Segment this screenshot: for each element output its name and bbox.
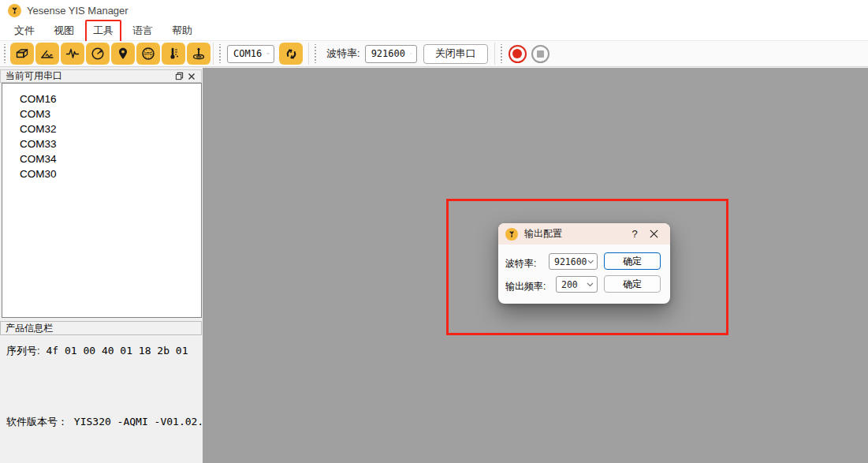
toolbar-grip[interactable]	[314, 44, 317, 63]
stop-icon[interactable]	[531, 45, 549, 63]
baud-rate-value: 921600	[371, 48, 405, 59]
serial-number-line: 序列号: 4f 01 00 40 01 18 2b 01	[6, 344, 188, 358]
menu-tools-label: 工具	[93, 24, 114, 36]
product-info-header: 产品信息栏	[0, 321, 202, 335]
port-list-item[interactable]: COM34	[2, 151, 201, 166]
dock-close-icon[interactable]	[185, 71, 198, 82]
port-list-item[interactable]: COM3	[2, 106, 201, 121]
dialog-freq-value: 200	[561, 279, 578, 290]
menu-language[interactable]: 语言	[123, 21, 162, 41]
level-plumb-icon[interactable]	[187, 43, 210, 65]
dock-float-icon[interactable]	[173, 71, 185, 82]
toolbar-separator	[213, 43, 214, 65]
toolbar-grip[interactable]	[3, 44, 6, 63]
svg-text:UTC: UTC	[144, 52, 152, 56]
port-list-item[interactable]: COM33	[2, 136, 201, 151]
port-list-item[interactable]: COM32	[2, 121, 201, 136]
chevron-down-icon	[587, 282, 594, 287]
dock-title: 当前可用串口	[6, 69, 62, 83]
baud-rate-select[interactable]: 921600	[365, 45, 417, 63]
title-bar: Yesense YIS Manager	[0, 0, 868, 21]
toolbar-separator	[494, 43, 495, 65]
baud-rate-label: 波特率:	[326, 47, 360, 61]
port-list-item[interactable]: COM16	[2, 91, 201, 106]
toolbar: UTC COM16 波特率: 921600 关闭串口	[0, 41, 868, 67]
app-logo-icon	[8, 4, 21, 17]
record-dot	[512, 49, 522, 58]
dialog-close-icon[interactable]	[643, 226, 664, 242]
serial-number-value: 4f 01 00 40 01 18 2b 01	[46, 345, 188, 357]
menu-help[interactable]: 帮助	[162, 21, 202, 41]
dialog-help-button[interactable]: ?	[626, 228, 643, 240]
dialog-logo-icon	[505, 228, 518, 241]
dialog-baud-value: 921600	[554, 256, 587, 267]
refresh-ports-icon[interactable]	[279, 43, 303, 65]
utc-clock-icon[interactable]: UTC	[136, 43, 160, 65]
close-port-button[interactable]: 关闭串口	[423, 44, 488, 64]
chevron-down-icon	[266, 51, 270, 56]
dialog-freq-select[interactable]: 200	[556, 276, 598, 293]
gauge-icon[interactable]	[86, 43, 110, 65]
angle-wave-icon[interactable]	[35, 43, 59, 65]
serial-port-list: COM16 COM3 COM32 COM33 COM34 COM30	[2, 83, 202, 318]
menu-file[interactable]: 文件	[5, 21, 44, 41]
dialog-title: 输出配置	[524, 227, 626, 241]
dialog-freq-label: 输出频率:	[505, 280, 546, 293]
dialog-baud-ok-button[interactable]: 确定	[604, 252, 661, 270]
com-port-value: COM16	[233, 48, 262, 59]
dialog-baud-label: 波特率:	[505, 257, 536, 271]
menu-tools[interactable]: 工具	[84, 21, 123, 41]
toolbar-separator	[308, 43, 309, 65]
dock-header: 当前可用串口	[0, 69, 202, 83]
firmware-version-value: YIS320 -AQMI -V01.02.03;	[74, 416, 222, 428]
serial-number-label: 序列号:	[6, 345, 40, 357]
menu-view[interactable]: 视图	[44, 21, 84, 41]
dialog-freq-ok-button[interactable]: 确定	[604, 275, 661, 293]
firmware-version-label: 软件版本号：	[6, 416, 68, 428]
firmware-version-line: 软件版本号： YIS320 -AQMI -V01.02.03;	[6, 415, 222, 429]
menu-bar: 文件 视图 工具 语言 帮助	[0, 21, 868, 41]
toolbar-grip[interactable]	[500, 44, 503, 63]
record-icon[interactable]	[509, 45, 527, 63]
waveform-icon[interactable]	[61, 43, 84, 65]
location-pin-icon[interactable]	[111, 43, 135, 65]
com-port-select[interactable]: COM16	[227, 45, 274, 63]
dialog-body: 波特率: 921600 确定 输出频率: 200 确定	[498, 245, 670, 304]
port-list-item[interactable]: COM30	[2, 166, 201, 181]
toolbar-grip[interactable]	[218, 44, 222, 63]
chevron-down-icon	[410, 51, 412, 56]
chevron-down-icon	[587, 260, 594, 264]
dialog-title-bar: 输出配置 ?	[498, 223, 670, 245]
output-config-dialog: 输出配置 ? 波特率: 921600 确定 输出频率: 200 确定	[498, 223, 670, 304]
window-title: Yesense YIS Manager	[27, 5, 129, 17]
cube-3d-icon[interactable]	[10, 43, 34, 65]
thermometer-icon[interactable]	[162, 43, 185, 65]
left-dock: 当前可用串口 COM16 COM3 COM32 COM33 COM34 COM3…	[0, 68, 203, 463]
product-info-title: 产品信息栏	[6, 322, 53, 335]
dialog-baud-select[interactable]: 921600	[549, 253, 598, 270]
stop-square	[537, 50, 544, 58]
